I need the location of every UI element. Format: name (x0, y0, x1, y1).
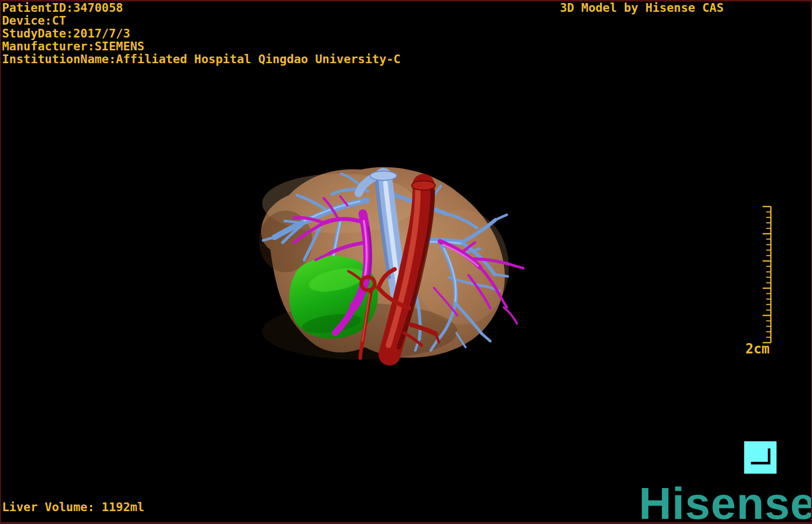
manufacturer-text: Manufacturer:SIEMENS (2, 40, 400, 53)
device-text: Device:CT (2, 14, 400, 27)
scale-ruler (763, 207, 771, 343)
hisense-logo: Hisense (639, 481, 812, 524)
ruler-minor-ticks (766, 212, 771, 338)
view-orientation-button[interactable] (744, 441, 777, 474)
watermark-text: 3D Model by Hisense CAS (560, 2, 724, 14)
patient-id-text: PatientID:3470058 (2, 2, 400, 14)
liver-volume-text: Liver Volume: 1192ml (2, 501, 144, 514)
patient-info-block: PatientID:3470058 Device:CT StudyDate:20… (2, 2, 400, 66)
screen: { "overlay": { "patient_id": "PatientID:… (0, 0, 812, 524)
ruler-major-ticks (763, 207, 771, 343)
study-date-text: StudyDate:2017/7/3 (2, 27, 400, 40)
institution-text: InstitutionName:Affiliated Hospital Qing… (2, 53, 400, 66)
corner-bracket-icon (751, 448, 770, 464)
model-viewport[interactable] (0, 0, 812, 524)
scale-label: 2cm (739, 341, 776, 357)
